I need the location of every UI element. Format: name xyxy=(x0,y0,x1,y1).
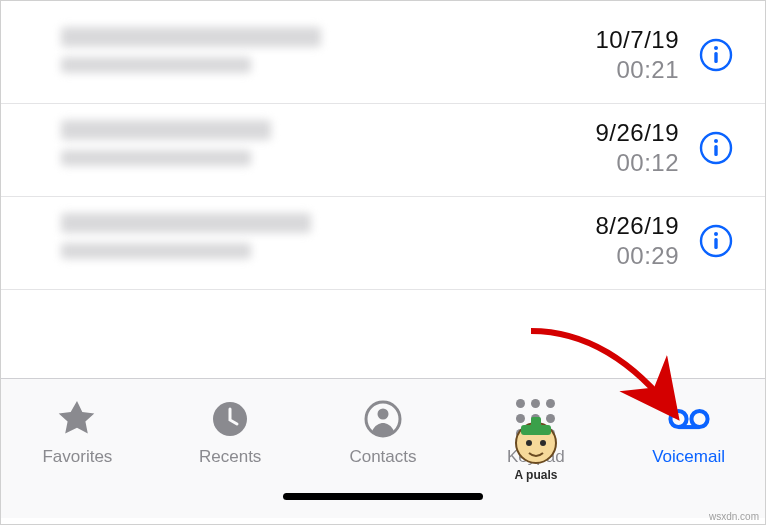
tab-label: Voicemail xyxy=(652,447,725,467)
svg-point-7 xyxy=(714,232,718,236)
star-icon xyxy=(55,397,99,441)
voicemail-row[interactable]: 8/26/19 00:29 xyxy=(1,197,765,290)
svg-rect-2 xyxy=(714,52,717,63)
info-icon[interactable] xyxy=(697,129,735,167)
voicemail-date: 8/26/19 xyxy=(595,211,679,241)
svg-point-13 xyxy=(691,411,707,427)
voicemail-date: 10/7/19 xyxy=(595,25,679,55)
tab-recents[interactable]: Recents xyxy=(165,397,295,467)
info-icon[interactable] xyxy=(697,222,735,260)
voicemail-list: 10/7/19 00:21 9/26/19 00:12 xyxy=(1,1,765,290)
tab-label: Favorites xyxy=(42,447,112,467)
home-indicator[interactable] xyxy=(283,493,483,500)
row-meta: 9/26/19 00:12 xyxy=(595,118,735,178)
tab-favorites[interactable]: Favorites xyxy=(12,397,142,467)
tab-label: Keypad xyxy=(507,447,565,467)
svg-point-11 xyxy=(377,409,388,420)
row-meta: 10/7/19 00:21 xyxy=(595,25,735,85)
tab-voicemail[interactable]: Voicemail xyxy=(624,397,754,467)
voicemail-duration: 00:21 xyxy=(595,55,679,85)
caller-info-blurred xyxy=(61,120,595,176)
svg-rect-5 xyxy=(714,145,717,156)
voicemail-icon xyxy=(667,397,711,441)
voicemail-row[interactable]: 9/26/19 00:12 xyxy=(1,104,765,197)
tab-label: Contacts xyxy=(349,447,416,467)
voicemail-duration: 00:29 xyxy=(595,241,679,271)
tab-contacts[interactable]: Contacts xyxy=(318,397,448,467)
tab-label: Recents xyxy=(199,447,261,467)
person-icon xyxy=(361,397,405,441)
watermark: wsxdn.com xyxy=(709,511,759,522)
row-meta: 8/26/19 00:29 xyxy=(595,211,735,271)
voicemail-row[interactable]: 10/7/19 00:21 xyxy=(1,11,765,104)
svg-point-4 xyxy=(714,139,718,143)
svg-point-1 xyxy=(714,46,718,50)
info-icon[interactable] xyxy=(697,36,735,74)
voicemail-duration: 00:12 xyxy=(595,148,679,178)
voicemail-date: 9/26/19 xyxy=(595,118,679,148)
tab-keypad[interactable]: Keypad xyxy=(471,397,601,467)
caller-info-blurred xyxy=(61,213,595,269)
svg-point-12 xyxy=(670,411,686,427)
svg-rect-8 xyxy=(714,238,717,249)
keypad-icon xyxy=(514,397,558,441)
clock-icon xyxy=(208,397,252,441)
caller-info-blurred xyxy=(61,27,595,83)
